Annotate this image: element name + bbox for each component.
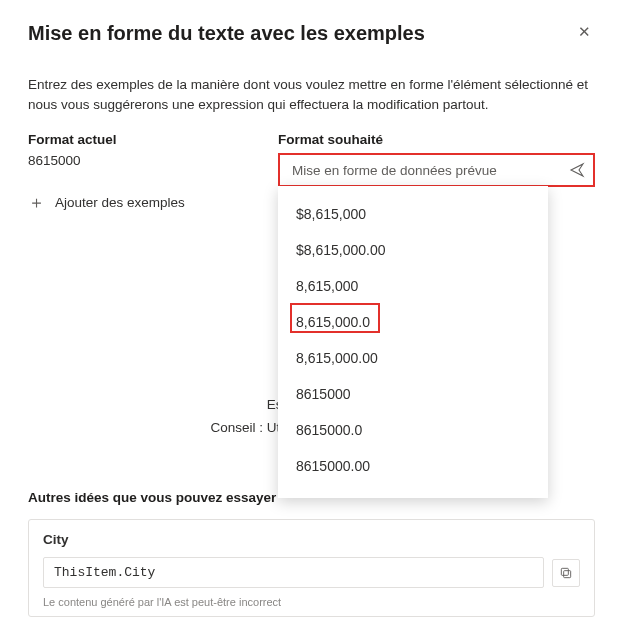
copy-button[interactable]	[552, 559, 580, 587]
ai-disclaimer: Le contenu généré par l'IA est peut-être…	[43, 596, 580, 608]
current-format-label: Format actuel	[28, 132, 278, 147]
suggestion-item[interactable]: 8615000.00	[278, 448, 548, 484]
format-columns: Format actuel 8615000 ＋ Ajouter des exem…	[28, 132, 595, 215]
dialog-header: Mise en forme du texte avec les exemples…	[28, 22, 595, 45]
idea-code-row: ThisItem.City	[43, 557, 580, 588]
suggestion-item[interactable]: $8,615,000.00	[278, 232, 548, 268]
idea-expression[interactable]: ThisItem.City	[43, 557, 544, 588]
send-icon[interactable]	[569, 162, 585, 178]
suggestion-item[interactable]: 8,615,000.0	[278, 304, 548, 340]
suggestion-item[interactable]: 8,615,000	[278, 268, 548, 304]
desired-format-input[interactable]	[290, 162, 569, 179]
current-format-column: Format actuel 8615000 ＋ Ajouter des exem…	[28, 132, 278, 215]
plus-icon: ＋	[28, 194, 45, 211]
idea-card-label: City	[43, 532, 580, 547]
suggestion-item[interactable]: 8,615,000.00	[278, 340, 548, 376]
current-format-value: 8615000	[28, 153, 278, 168]
format-text-dialog: Mise en forme du texte avec les exemples…	[0, 0, 623, 215]
add-examples-button[interactable]: ＋ Ajouter des exemples	[28, 190, 278, 215]
close-icon[interactable]: ✕	[574, 22, 595, 41]
dialog-instruction: Entrez des exemples de la manière dont v…	[28, 75, 595, 114]
suggestion-item[interactable]: 8615000	[278, 376, 548, 412]
desired-format-input-wrap	[278, 153, 595, 187]
desired-format-column: Format souhaité $8,615,000 $8,615,000.00…	[278, 132, 595, 215]
idea-card: City ThisItem.City Le contenu généré par…	[28, 519, 595, 617]
desired-format-label: Format souhaité	[278, 132, 595, 147]
svg-rect-0	[564, 570, 571, 577]
add-examples-label: Ajouter des exemples	[55, 195, 185, 210]
dialog-title: Mise en forme du texte avec les exemples	[28, 22, 425, 45]
suggestion-item[interactable]: 8615000.0	[278, 412, 548, 448]
format-suggestions-dropdown: $8,615,000 $8,615,000.00 8,615,000 8,615…	[278, 186, 548, 498]
svg-rect-1	[561, 568, 568, 575]
suggestion-item[interactable]: $8,615,000	[278, 196, 548, 232]
other-ideas-section: Autres idées que vous pouvez essayer Cit…	[28, 490, 595, 617]
